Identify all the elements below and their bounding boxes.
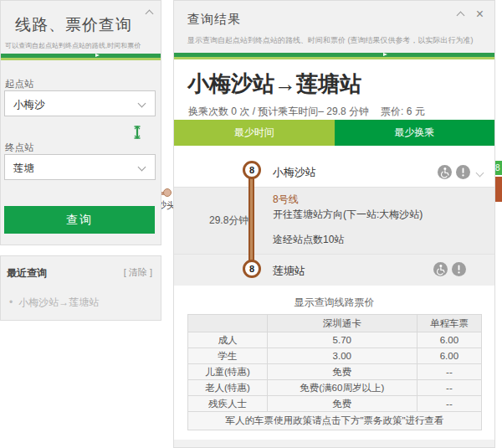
recent-queries-panel: 最近查询 [ 清除 ] •小梅沙站→莲塘站	[0, 255, 161, 321]
table-row: 残疾人士免费--	[188, 396, 482, 412]
segment-line-name: 8号线	[273, 193, 299, 207]
tab-least-time[interactable]: 最少时间	[174, 120, 335, 146]
close-icon[interactable]: ×	[476, 7, 484, 22]
stripe-marker-icon	[383, 53, 387, 56]
fare-table-header-cell: 深圳通卡	[267, 315, 417, 332]
origin-value: 小梅沙	[13, 98, 45, 112]
chevron-down-icon	[138, 163, 146, 172]
query-button[interactable]: 查询	[4, 206, 155, 234]
fare-table-footer-row: 军人的车票使用政策请点击下方"票务政策"进行查看	[188, 412, 482, 430]
bullet-icon: •	[9, 296, 13, 308]
stripe-marker-icon	[95, 54, 100, 57]
result-panel-title: 查询结果	[187, 12, 241, 28]
panel-bottom-strip	[174, 440, 494, 447]
line8-timeline	[248, 170, 254, 270]
table-cell: --	[417, 380, 481, 396]
segment-stop-count: 途经站点数10站	[273, 233, 344, 247]
table-cell: 5.70	[267, 332, 417, 348]
page: 沙头 8 线路、票价查询 可以查询自起点站到终点站的路线,时间和票价 起点站 小…	[0, 0, 502, 448]
accessibility-icon[interactable]	[433, 262, 448, 280]
destination-value: 莲塘	[13, 162, 34, 176]
chevron-down-icon	[138, 100, 146, 108]
station-info-icon[interactable]	[456, 165, 470, 183]
station-info-icon[interactable]	[452, 262, 466, 280]
origin-station-icons	[438, 165, 483, 183]
fare-table-head: 深圳通卡单程车票	[188, 315, 482, 332]
recent-queries-title: 最近查询	[7, 266, 47, 281]
destination-station-icons	[433, 262, 466, 280]
table-cell: --	[417, 364, 481, 380]
query-panel-title: 线路、票价查询	[15, 14, 132, 36]
route-meta: 换乘次数 0 次 / 预计乘车时间– 29.8 分钟票价: 6 元	[188, 105, 425, 119]
fare-table-header-cell	[188, 315, 268, 332]
table-cell: 免费	[267, 396, 417, 412]
tab-least-transfers[interactable]: 最少换乘	[335, 120, 495, 146]
origin-label: 起点站	[5, 78, 34, 90]
map-line-fragment-orange	[495, 177, 502, 202]
segment-duration: 29.8分钟	[209, 214, 248, 228]
accessibility-icon[interactable]	[438, 165, 452, 183]
segment-direction: 开往莲塘站方向(下一站:大梅沙站)	[273, 208, 423, 222]
result-panel-header: 查询结果 显示查询自起点站到终点站的路线、时间和票价 (查询结果仅供参考，以实际…	[174, 1, 494, 53]
table-cell: 6.00	[417, 332, 481, 348]
fare-table-foot: 军人的车票使用政策请点击下方"票务政策"进行查看	[188, 412, 482, 430]
query-panel-subtitle: 可以查询自起点站到终点站的路线,时间和票价	[5, 41, 141, 50]
table-cell: 3.00	[267, 348, 417, 364]
fare-table-header-cell: 单程车票	[417, 315, 481, 332]
destination-select[interactable]: 莲塘	[4, 154, 156, 180]
query-panel: 线路、票价查询 可以查询自起点站到终点站的路线,时间和票价 起点站 小梅沙 终点…	[0, 0, 161, 245]
map-line8-badge-fragment: 8	[495, 161, 502, 175]
table-row: 成人5.706.00	[188, 332, 482, 348]
green-stripe	[1, 54, 161, 60]
map-station-marker	[163, 188, 172, 197]
table-cell: 成人	[188, 332, 268, 348]
route-title: 小梅沙站→莲塘站	[187, 70, 361, 99]
table-row: 学生3.006.00	[188, 348, 482, 364]
table-cell: 免费(满60周岁以上)	[267, 380, 417, 396]
table-cell: 儿童(特惠)	[188, 364, 268, 380]
route-fare: 票价: 6 元	[381, 106, 425, 117]
table-cell: 学生	[188, 348, 268, 364]
expand-station-icon[interactable]	[476, 168, 484, 177]
fare-section-title: 显示查询线路票价	[174, 296, 494, 310]
line8-badge-icon: 8	[243, 161, 261, 179]
clear-recent-link[interactable]: [ 清除 ]	[124, 266, 152, 279]
table-row: 儿童(特惠)免费--	[188, 364, 482, 380]
result-panel: 查询结果 显示查询自起点站到终点站的路线、时间和票价 (查询结果仅供参考，以实际…	[173, 0, 495, 448]
line8-badge-icon: 8	[243, 260, 261, 278]
origin-select[interactable]: 小梅沙	[4, 90, 156, 116]
result-tabs: 最少时间 最少换乘	[174, 120, 494, 146]
origin-station-name: 小梅沙站	[273, 165, 316, 180]
fare-table: 深圳通卡单程车票 成人5.706.00学生3.006.00儿童(特惠)免费--老…	[187, 314, 482, 430]
green-stripe	[174, 53, 494, 59]
swap-stations-icon[interactable]	[132, 125, 142, 143]
fare-table-body: 成人5.706.00学生3.006.00儿童(特惠)免费--老人(特惠)免费(满…	[188, 332, 482, 412]
result-panel-subtitle: 显示查询自起点站到终点站的路线、时间和票价 (查询结果仅供参考，以实际出行为准)	[187, 35, 474, 46]
collapse-panel-icon[interactable]	[146, 10, 154, 18]
table-cell: 老人(特惠)	[188, 380, 268, 396]
destination-label: 终点站	[5, 142, 34, 154]
table-cell: 6.00	[417, 348, 481, 364]
table-cell: --	[417, 396, 481, 412]
recent-query-item[interactable]: •小梅沙站→莲塘站	[9, 296, 99, 310]
fare-table-footer-cell: 军人的车票使用政策请点击下方"票务政策"进行查看	[188, 412, 482, 430]
collapse-result-icon[interactable]	[457, 12, 465, 20]
table-row: 老人(特惠)免费(满60周岁以上)--	[188, 380, 482, 396]
table-cell: 免费	[267, 364, 417, 380]
table-cell: 残疾人士	[188, 396, 268, 412]
fare-table-header-row: 深圳通卡单程车票	[188, 315, 482, 332]
destination-station-name: 莲塘站	[273, 264, 305, 279]
